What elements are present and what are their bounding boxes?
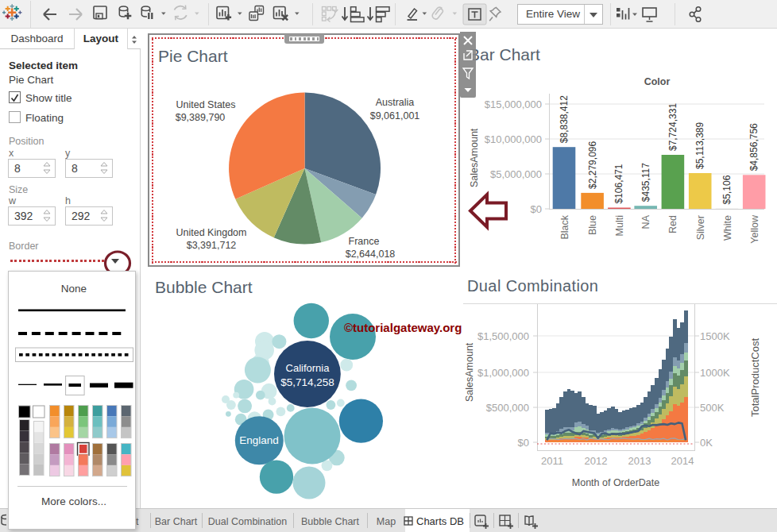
svg-text:500K: 500K: [700, 402, 725, 414]
svg-text:$2,644,018: $2,644,018: [346, 249, 396, 260]
svg-text:France: France: [349, 236, 380, 247]
svg-text:2014: 2014: [671, 455, 694, 467]
svg-text:$15,000,000: $15,000,000: [485, 98, 542, 110]
svg-text:$3,391,712: $3,391,712: [187, 240, 237, 251]
svg-text:$1,500,000: $1,500,000: [477, 330, 529, 342]
svg-text:England: England: [239, 434, 279, 446]
svg-text:$0: $0: [531, 203, 542, 215]
svg-text:More colors...: More colors...: [41, 495, 106, 507]
svg-text:White: White: [722, 215, 733, 241]
svg-text:$7,724,331: $7,724,331: [667, 103, 678, 151]
svg-text:$435,117: $435,117: [640, 163, 651, 202]
svg-text:$4,856,756: $4,856,756: [748, 123, 760, 171]
svg-text:$5,106: $5,106: [721, 175, 733, 204]
svg-text:$8,838,412: $8,838,412: [559, 95, 570, 143]
svg-text:Color: Color: [644, 76, 671, 87]
svg-text:Red: Red: [667, 215, 678, 233]
svg-text:SalesAmount: SalesAmount: [469, 128, 480, 187]
svg-text:$9,061,001: $9,061,001: [370, 110, 420, 121]
svg-text:2013: 2013: [628, 455, 651, 467]
svg-text:$2,279,096: $2,279,096: [587, 141, 598, 189]
svg-text:Black: Black: [559, 214, 570, 239]
svg-text:$5,113,389: $5,113,389: [694, 122, 705, 169]
svg-text:NA: NA: [640, 214, 651, 229]
svg-text:Australia: Australia: [376, 97, 415, 108]
svg-text:0K: 0K: [700, 437, 713, 449]
svg-text:Multi: Multi: [614, 215, 625, 236]
svg-text:Month of OrderDate: Month of OrderDate: [572, 477, 660, 488]
svg-text:2012: 2012: [585, 455, 608, 467]
svg-text:$106,471: $106,471: [613, 164, 624, 203]
svg-text:$1,000,000: $1,000,000: [477, 367, 529, 379]
svg-text:$5,714,258: $5,714,258: [280, 376, 334, 388]
svg-text:None: None: [61, 283, 87, 295]
svg-text:Yellow: Yellow: [749, 214, 760, 244]
svg-text:$10,000,000: $10,000,000: [485, 133, 542, 145]
svg-text:$5,000,000: $5,000,000: [490, 168, 542, 180]
svg-text:Silver: Silver: [695, 215, 706, 240]
svg-text:California: California: [286, 362, 331, 374]
svg-text:United States: United States: [176, 99, 235, 110]
svg-text:TotalProductCost: TotalProductCost: [749, 338, 761, 417]
svg-text:United Kingdom: United Kingdom: [176, 227, 247, 238]
svg-text:$9,389,790: $9,389,790: [176, 112, 226, 123]
svg-text:1000K: 1000K: [700, 367, 730, 379]
svg-text:2011: 2011: [541, 455, 563, 467]
svg-text:SalesAmount: SalesAmount: [464, 342, 475, 402]
svg-text:Blue: Blue: [587, 215, 598, 235]
svg-text:$0: $0: [518, 437, 529, 449]
svg-text:$500,000: $500,000: [486, 402, 529, 414]
svg-text:1500K: 1500K: [700, 330, 730, 342]
